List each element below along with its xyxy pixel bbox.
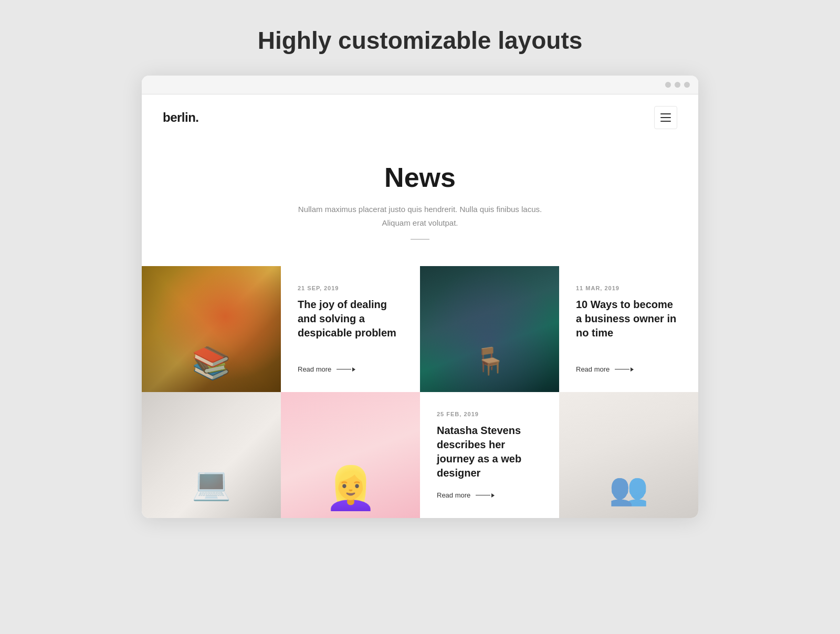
image-books [142, 266, 281, 392]
article-3-read-more[interactable]: Read more [437, 491, 542, 499]
article-3-read-more-label: Read more [437, 491, 470, 499]
arrow-line-3 [476, 495, 490, 496]
dot-3 [684, 82, 690, 88]
article-1-read-more-label: Read more [298, 365, 331, 373]
site-header: berlin. [142, 94, 698, 141]
site-logo: berlin. [163, 110, 199, 125]
arrow-head-3 [491, 493, 495, 498]
article-2: 11 MAR, 2019 10 Ways to become a busines… [559, 266, 698, 392]
hamburger-line-1 [660, 113, 671, 114]
girl-image-bg [281, 392, 420, 518]
browser-dots [665, 82, 690, 88]
image-meeting [559, 392, 698, 518]
browser-chrome [142, 76, 698, 94]
article-3-date: 25 FEB, 2019 [437, 411, 542, 417]
hamburger-line-2 [660, 117, 671, 118]
dot-2 [675, 82, 680, 88]
article-1-arrow [337, 367, 355, 372]
arrow-head-1 [352, 367, 355, 372]
arrow-head-2 [631, 367, 634, 372]
arrow-line-2 [615, 369, 629, 370]
news-grid: 21 SEP, 2019 The joy of dealing and solv… [142, 266, 698, 518]
arrow-line-1 [337, 369, 351, 370]
office-image-bg [420, 266, 559, 392]
article-3-title: Natasha Stevens describes her journey as… [437, 424, 542, 480]
image-girl [281, 392, 420, 518]
image-laptop [142, 392, 281, 518]
laptop-image-bg [142, 392, 281, 518]
article-3: 25 FEB, 2019 Natasha Stevens describes h… [420, 392, 559, 518]
hamburger-line-3 [660, 121, 671, 122]
article-2-read-more-label: Read more [576, 365, 610, 373]
article-1-read-more[interactable]: Read more [298, 365, 403, 373]
divider [411, 239, 429, 240]
books-image-bg [142, 266, 281, 392]
article-2-read-more[interactable]: Read more [576, 365, 681, 373]
article-1-date: 21 SEP, 2019 [298, 285, 403, 291]
article-2-date: 11 MAR, 2019 [576, 285, 681, 291]
browser-window: berlin. News Nullam maximus placerat jus… [142, 76, 698, 518]
news-subtitle: Nullam maximus placerat justo quis hendr… [289, 203, 551, 229]
article-1-title: The joy of dealing and solving a despica… [298, 298, 403, 340]
news-hero: News Nullam maximus placerat justo quis … [142, 141, 698, 266]
hamburger-button[interactable] [654, 106, 677, 129]
page-heading: Highly customizable layouts [258, 26, 583, 55]
image-office [420, 266, 559, 392]
article-1: 21 SEP, 2019 The joy of dealing and solv… [281, 266, 420, 392]
news-section-title: News [152, 162, 688, 193]
article-2-arrow [615, 367, 634, 372]
article-2-title: 10 Ways to become a business owner in no… [576, 298, 681, 340]
article-3-arrow [476, 493, 495, 498]
meeting-image-bg [559, 392, 698, 518]
dot-1 [665, 82, 671, 88]
